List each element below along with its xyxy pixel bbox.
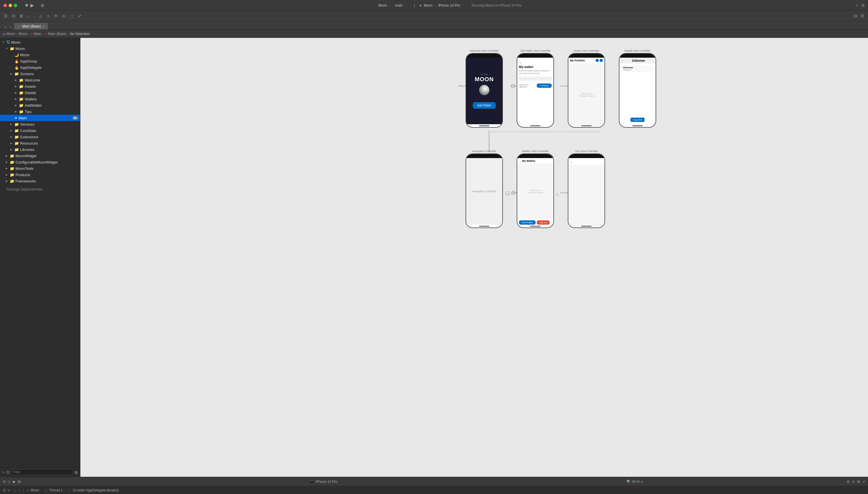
wallets-table: Table View Prototype Content [517, 164, 553, 219]
warning-icon[interactable]: △ [38, 13, 43, 19]
minimize-button[interactable] [8, 4, 12, 7]
inspector-divider-icon[interactable]: ⊟ [853, 13, 858, 19]
debug-icon-5[interactable]: ↓ [22, 488, 24, 492]
debug-icon-1[interactable]: ⊡ [3, 488, 6, 492]
sidebar-item-appgroup[interactable]: 🔥 AppGroup [0, 58, 80, 64]
connections-icon[interactable]: ↗ [862, 480, 865, 484]
sidebar-item-main[interactable]: ✕ Main M [0, 115, 80, 121]
assets-phone[interactable]: My Portfolio Table View Prototype Conten… [568, 53, 605, 128]
sidebar-item-coredata[interactable]: ▶ 📁 CoreData [0, 127, 80, 134]
folder-icon: 📁 [14, 129, 19, 133]
debug-icon-3[interactable]: ⬚ [13, 488, 16, 492]
sim-icon[interactable]: ⬚ [69, 13, 75, 19]
wallets-phone[interactable]: ⌄ My Wallets Table View Prototype Conten… [517, 153, 554, 228]
sidebar-item-screens[interactable]: ▶ 📁 Screens [0, 71, 80, 77]
sidebar-item-details[interactable]: ▶ 📁 Details [0, 90, 80, 96]
zoom-out-icon[interactable]: 🔍 [627, 480, 631, 484]
wallet-input-field[interactable] [519, 77, 552, 81]
app-name-label: Moon [378, 3, 387, 7]
size-inspector-icon[interactable]: ⊞ [857, 480, 860, 484]
sidebar-item-tips[interactable]: ▶ 📁 Tips [0, 109, 80, 115]
wallets-scene-label: Wallets View Controller [517, 150, 554, 153]
status-bar-icon-3[interactable]: ▶ [13, 480, 16, 484]
addwallet-phone[interactable]: ⌄ My wallet. Enter the wallet address re… [517, 53, 554, 128]
debug-icon-4[interactable]: ↑ [18, 488, 20, 492]
breadcrumb-main-base[interactable]: ✕ Main (Base) [45, 32, 67, 36]
nav-arrows: ‹ › [3, 24, 13, 30]
sidebar-item-moontests[interactable]: ▶ 📁 MoonTests [0, 165, 80, 172]
tips-header: ⌄ [568, 158, 605, 165]
navctrl-scene: Navigation Controller Navigation Control… [466, 150, 503, 228]
debug-icon-2[interactable]: ▷ [8, 488, 11, 492]
sidebar-item-addwallet[interactable]: ▶ 📁 AddWallet [0, 102, 80, 109]
sidebar-toggle-icon[interactable]: ⊞ [41, 3, 44, 8]
log-out-btn[interactable]: Log Out [537, 220, 549, 225]
sidebar-item-moon-file[interactable]: 🌙 Moon [0, 52, 80, 58]
sidebar-item-services[interactable]: ▶ 📁 Services [0, 121, 80, 127]
filter-menu-button[interactable]: ⊡ [6, 470, 10, 475]
maximize-button[interactable] [14, 4, 17, 7]
sidebar-item-products[interactable]: ▶ 📁 Products [0, 172, 80, 178]
status-bar-icon-2[interactable]: ▷ [8, 480, 11, 484]
add-tab-icon[interactable]: + [856, 3, 858, 7]
portfolio-icon-1 [596, 59, 599, 62]
sidebar-item-wallets[interactable]: ▶ 📁 Wallets [0, 96, 80, 102]
run-button[interactable]: ▶ [31, 3, 34, 8]
sidebar-item-moonwidget[interactable]: ▶ 📁 MoonWidget [0, 153, 80, 159]
stop-button[interactable]: ■ [25, 3, 28, 8]
nav-back-arrow[interactable]: ‹ [3, 24, 8, 30]
env-override-icon[interactable]: ☀ [53, 13, 59, 19]
attributes-icon[interactable]: ⊙ [852, 480, 855, 484]
split-view-icon[interactable]: ⊟ [862, 3, 865, 7]
bookmark-icon[interactable]: ⊡ [11, 13, 16, 19]
device-orientation-icon[interactable]: ⤢ [77, 13, 82, 19]
breadcrumb-main[interactable]: ✕ Main [31, 32, 41, 36]
tips-phone[interactable]: ⌄ [568, 153, 605, 228]
details-phone[interactable]: ‹ Unknown Unknown Unknown Copy link [619, 53, 656, 128]
breadcrumb-moon-target[interactable]: Moon [19, 32, 27, 36]
nav-forward-arrow[interactable]: › [8, 24, 13, 30]
search-icon[interactable]: ⌕ [26, 13, 31, 19]
sidebar-item-configurablemoonwidget[interactable]: ▶ 📁 ConfigurableMoonWidget [0, 159, 80, 165]
show-navigator-icon[interactable]: ☰ [3, 13, 8, 19]
breakpoint-icon[interactable]: ◇ [45, 13, 51, 19]
zoom-in-icon[interactable]: + [641, 479, 643, 484]
copy-link-btn[interactable]: Copy link [631, 118, 645, 122]
sidebar-item-moon-group[interactable]: ▼ 📁 Moon [0, 45, 80, 52]
status-bar-icon-4[interactable]: ⊞ [18, 480, 21, 484]
filter-input[interactable] [11, 469, 73, 475]
inspector-toggle-right[interactable]: ⊟ [847, 480, 850, 484]
add-wallet-bottom-btn[interactable]: Add Wallet [519, 220, 536, 225]
titlebar-right: + ⊟ [856, 3, 865, 7]
welcome-add-wallet-btn[interactable]: Add Wallet [473, 102, 496, 109]
memory-icon[interactable]: ⊙ [61, 13, 67, 19]
entry-arrow: → [458, 83, 462, 88]
sidebar-item-resources[interactable]: ▶ 📁 Resources [0, 140, 80, 146]
welcome-scene: Welcome View Controller TO THE MOON Add … [466, 49, 503, 128]
sidebar-item-assets[interactable]: ▶ 📁 Assets [0, 83, 80, 90]
storyboard-canvas[interactable]: → Welcome View Controller TO THE MOON Ad… [80, 38, 868, 477]
sidebar-item-frameworks[interactable]: ▶ 📁 Frameworks [0, 178, 80, 184]
sidebar-item-extensions[interactable]: ▶ 📁 Extensions [0, 134, 80, 140]
tab-label: Main (Base) [22, 24, 41, 28]
sidebar-item-moon-root[interactable]: ▼ 🏗 Moon [0, 39, 80, 45]
hierarchy-icon[interactable]: ⊞ [19, 13, 24, 19]
home-indicator [581, 125, 592, 126]
tab-close-icon[interactable]: × [42, 25, 44, 28]
inspector-toggle-icon[interactable]: ☰ [860, 13, 865, 19]
continue-btn[interactable]: Continue [537, 83, 552, 88]
filter-options-button[interactable]: ⊞ [75, 470, 78, 475]
close-button[interactable] [3, 4, 7, 7]
welcome-phone[interactable]: TO THE MOON Add Wallet [466, 53, 503, 128]
navctrl-phone[interactable]: Navigation Controller [466, 153, 503, 228]
status-bar-icon-1[interactable]: ⊡ [3, 480, 6, 484]
arrow-to-tips: △ [556, 192, 558, 196]
sidebar-item-appdelegate[interactable]: 🔥 AppDelegate [0, 64, 80, 71]
main-tab[interactable]: ✕ Main (Base) × [14, 23, 48, 30]
breadcrumb-moon-project[interactable]: Moon [6, 32, 15, 36]
device-selector[interactable]: 📱 iPhone 13 Pro [224, 480, 423, 484]
sidebar-item-welcome[interactable]: ▶ 📁 Welcome [0, 77, 80, 83]
sidebar-section-package-deps: Package Dependencies [0, 185, 80, 193]
sidebar-item-libraries[interactable]: ▶ 📁 Libraries [0, 146, 80, 153]
add-item-button[interactable]: + [2, 470, 5, 475]
